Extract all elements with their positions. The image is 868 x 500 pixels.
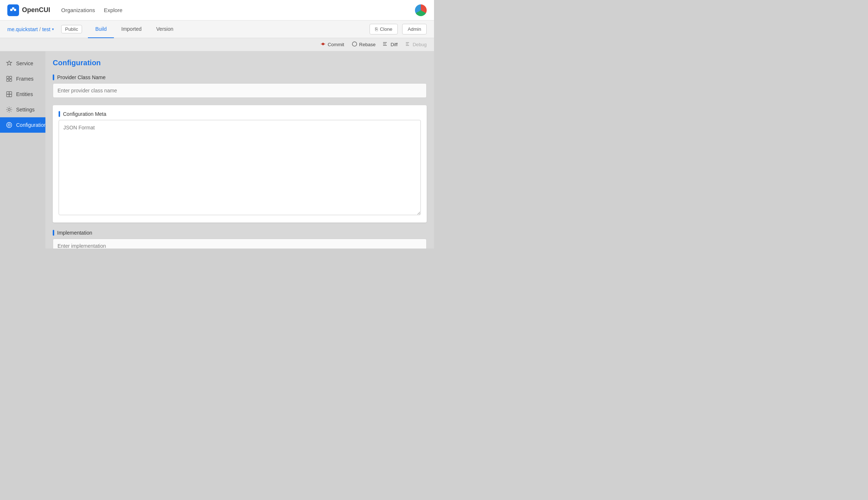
svg-rect-8 xyxy=(383,44,386,44)
header-actions: ⎘ Clone Admin xyxy=(370,24,427,34)
debug-label: Debug xyxy=(413,42,427,47)
tabs-container: Build Imported Version xyxy=(88,21,181,38)
config-meta-section-label: Configuration Meta xyxy=(59,111,421,117)
app-logo-icon xyxy=(7,4,19,16)
content-panel: Configuration Provider Class Name Config… xyxy=(45,51,434,249)
logo-area[interactable]: OpenCUI xyxy=(7,4,50,16)
sidebar-entities-label: Entities xyxy=(16,91,33,97)
svg-rect-7 xyxy=(383,42,387,43)
sidebar-item-entities[interactable]: Entities xyxy=(0,87,45,102)
nav-explore[interactable]: Explore xyxy=(104,7,123,13)
rebase-icon xyxy=(352,41,357,48)
breadcrumb: me.quickstart / test ▾ xyxy=(7,26,54,32)
page-title: Configuration xyxy=(53,59,427,67)
implementation-input[interactable] xyxy=(53,239,427,249)
svg-rect-19 xyxy=(7,94,9,97)
frames-icon xyxy=(6,76,12,82)
tab-bar: me.quickstart / test ▾ Public Build Impo… xyxy=(0,21,434,38)
breadcrumb-project: test xyxy=(42,26,51,32)
rebase-label: Rebase xyxy=(359,42,376,47)
svg-point-3 xyxy=(322,43,324,45)
diff-icon xyxy=(383,41,389,48)
svg-rect-9 xyxy=(383,45,387,46)
visibility-badge[interactable]: Public xyxy=(61,25,82,33)
config-meta-section-bar xyxy=(59,111,60,117)
clone-button[interactable]: ⎘ Clone xyxy=(370,24,398,34)
main-nav: Organizations Explore xyxy=(61,7,122,13)
tab-build[interactable]: Build xyxy=(88,21,114,38)
diff-button[interactable]: Diff xyxy=(383,41,397,48)
admin-button[interactable]: Admin xyxy=(402,24,427,34)
configuration-meta-textarea[interactable] xyxy=(59,120,421,215)
sidebar-item-frames[interactable]: Frames xyxy=(0,71,45,87)
section-bar-indicator xyxy=(53,74,54,80)
svg-rect-10 xyxy=(406,42,409,43)
top-navigation: OpenCUI Organizations Explore xyxy=(0,0,434,21)
rebase-button[interactable]: Rebase xyxy=(352,41,376,48)
svg-rect-17 xyxy=(7,92,9,94)
svg-rect-11 xyxy=(406,44,408,44)
implementation-section-bar xyxy=(53,230,54,236)
main-content: Service Frames xyxy=(0,51,434,249)
svg-rect-14 xyxy=(10,76,12,78)
sidebar: Service Frames xyxy=(0,51,45,249)
sidebar-frames-label: Frames xyxy=(16,76,33,82)
breadcrumb-org[interactable]: me.quickstart xyxy=(7,26,38,32)
svg-rect-13 xyxy=(7,76,9,78)
sidebar-service-label: Service xyxy=(16,60,33,66)
tab-imported[interactable]: Imported xyxy=(114,21,149,38)
entities-icon xyxy=(6,91,12,98)
commit-button[interactable]: Commit xyxy=(320,41,344,48)
sidebar-item-settings[interactable]: Settings xyxy=(0,102,45,117)
svg-rect-12 xyxy=(406,45,409,46)
clone-icon: ⎘ xyxy=(375,26,378,32)
breadcrumb-separator: / xyxy=(39,26,41,32)
sidebar-item-service[interactable]: Service xyxy=(0,56,45,71)
debug-button[interactable]: Debug xyxy=(405,41,427,48)
provider-class-section-label: Provider Class Name xyxy=(53,74,427,80)
commit-label: Commit xyxy=(328,42,344,47)
breadcrumb-chevron-icon: ▾ xyxy=(52,27,54,31)
svg-rect-16 xyxy=(10,79,12,81)
implementation-section-label: Implementation xyxy=(53,230,427,236)
svg-point-6 xyxy=(352,42,357,46)
svg-rect-15 xyxy=(7,79,9,81)
configuration-icon xyxy=(6,122,12,128)
app-name: OpenCUI xyxy=(22,6,50,14)
configuration-meta-card: Configuration Meta xyxy=(53,105,427,223)
settings-icon xyxy=(6,106,12,113)
nav-organizations[interactable]: Organizations xyxy=(61,7,95,13)
svg-point-22 xyxy=(7,122,12,128)
svg-rect-20 xyxy=(9,94,12,97)
debug-icon xyxy=(405,41,411,48)
commit-icon xyxy=(320,41,326,48)
svg-point-21 xyxy=(8,109,10,111)
tab-version[interactable]: Version xyxy=(149,21,181,38)
sidebar-settings-label: Settings xyxy=(16,107,35,113)
toolbar: Commit Rebase Diff Debug xyxy=(0,38,434,51)
user-avatar[interactable] xyxy=(415,4,427,16)
svg-rect-18 xyxy=(9,92,12,94)
sidebar-configuration-label: Configuration xyxy=(16,122,47,128)
svg-point-23 xyxy=(8,124,10,126)
diff-label: Diff xyxy=(390,42,397,47)
provider-class-name-input[interactable] xyxy=(53,83,427,98)
breadcrumb-project-dropdown[interactable]: test ▾ xyxy=(42,26,54,32)
service-icon xyxy=(6,60,12,67)
svg-rect-2 xyxy=(12,7,14,10)
sidebar-item-configuration[interactable]: Configuration xyxy=(0,117,45,133)
